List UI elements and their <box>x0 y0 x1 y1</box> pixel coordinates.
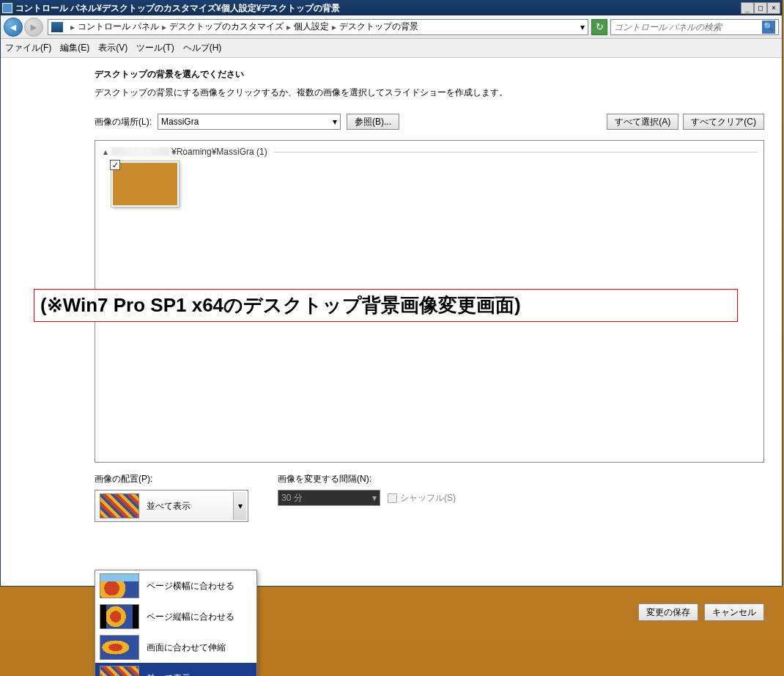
menu-view[interactable]: 表示(V) <box>98 42 127 54</box>
shuffle-checkbox: シャッフル(S) <box>388 492 456 504</box>
select-all-button[interactable]: すべて選択(A) <box>607 114 678 130</box>
close-button[interactable]: × <box>767 2 780 14</box>
placement-option-fit-width[interactable]: ページ横幅に合わせる <box>95 570 256 601</box>
search-box[interactable]: 🔍 <box>610 19 779 35</box>
dropdown-arrow-icon: ▾ <box>333 117 337 127</box>
address-bar[interactable]: ▸ コントロール パネル ▸ デスクトップのカスタマイズ ▸ 個人設定 ▸ デス… <box>48 19 588 35</box>
maximize-button[interactable]: □ <box>754 2 767 14</box>
breadcrumb-item[interactable]: デスクトップの背景 <box>339 21 418 33</box>
breadcrumb-item[interactable]: デスクトップのカスタマイズ <box>169 21 284 33</box>
breadcrumb-sep-icon: ▸ <box>159 22 169 32</box>
option-thumb-icon <box>100 666 139 676</box>
placement-value: 並べて表示 <box>147 500 191 512</box>
menu-tools[interactable]: ツール(T) <box>136 42 174 54</box>
titlebar: コントロール パネル¥デスクトップのカスタマイズ¥個人設定¥デスクトップの背景 … <box>1 1 782 15</box>
address-dropdown-icon[interactable]: ▾ <box>580 22 585 32</box>
menubar: ファイル(F) 編集(E) 表示(V) ツール(T) ヘルプ(H) <box>1 39 782 58</box>
clear-all-button[interactable]: すべてクリア(C) <box>683 114 764 130</box>
option-label: 画面に合わせて伸縮 <box>147 642 226 654</box>
browse-button[interactable]: 参照(B)... <box>347 114 399 130</box>
back-button[interactable]: ◄ <box>4 18 23 37</box>
dropdown-arrow-icon: ▾ <box>233 492 246 520</box>
interval-value: 30 分 <box>281 492 303 504</box>
interval-label: 画像を変更する間隔(N): <box>278 473 456 485</box>
menu-edit[interactable]: 編集(E) <box>60 42 89 54</box>
breadcrumb-sep-icon: ▸ <box>284 22 294 32</box>
dropdown-arrow-icon: ▾ <box>372 493 377 503</box>
option-label: 並べて表示 <box>147 672 191 677</box>
minimize-button[interactable]: _ <box>741 2 754 14</box>
location-select[interactable]: MassiGra ▾ <box>158 114 341 130</box>
forward-button[interactable]: ► <box>24 18 43 37</box>
wallpaper-thumbnail[interactable]: ✓ <box>111 161 179 207</box>
annotation-overlay: (※Win7 Pro SP1 x64のデスクトップ背景画像変更画面) <box>34 289 738 322</box>
breadcrumb-item[interactable]: 個人設定 <box>294 21 329 33</box>
placement-option-stretch[interactable]: 画面に合わせて伸縮 <box>95 632 256 663</box>
placement-select[interactable]: 並べて表示 ▾ <box>95 490 248 522</box>
refresh-button[interactable]: ↻ <box>591 19 607 35</box>
collapse-arrow-icon[interactable]: ▴ <box>101 147 110 157</box>
location-value: MassiGra <box>161 117 199 127</box>
menu-help[interactable]: ヘルプ(H) <box>183 42 222 54</box>
location-row: 画像の場所(L): MassiGra ▾ 参照(B)... すべて選択(A) す… <box>95 114 764 130</box>
placement-option-tile[interactable]: 並べて表示 <box>95 663 256 676</box>
option-label: ページ縦幅に合わせる <box>147 611 234 623</box>
page-heading: デスクトップの背景を選んでください <box>95 68 764 81</box>
interval-select: 30 分 ▾ <box>278 490 380 506</box>
window: コントロール パネル¥デスクトップのカスタマイズ¥個人設定¥デスクトップの背景 … <box>0 0 783 587</box>
thumbnail-checkbox[interactable]: ✓ <box>110 160 120 170</box>
checkbox-icon <box>388 493 397 503</box>
search-input[interactable] <box>614 22 762 32</box>
group-path: ¥Roaming¥MassiGra (1) <box>171 147 267 157</box>
option-label: ページ横幅に合わせる <box>147 580 234 592</box>
cancel-button[interactable]: キャンセル <box>704 603 764 621</box>
navbar: ◄ ► ▸ コントロール パネル ▸ デスクトップのカスタマイズ ▸ 個人設定 … <box>1 15 782 39</box>
group-header[interactable]: ▴ ¥Roaming¥MassiGra (1) <box>101 147 758 157</box>
breadcrumb-item[interactable]: コントロール パネル <box>78 21 159 33</box>
menu-file[interactable]: ファイル(F) <box>5 42 51 54</box>
redacted-path <box>111 147 170 156</box>
option-thumb-icon <box>100 573 139 598</box>
footer-buttons: 変更の保存 キャンセル <box>638 603 764 621</box>
titlebar-text: コントロール パネル¥デスクトップのカスタマイズ¥個人設定¥デスクトップの背景 <box>15 2 741 15</box>
app-icon <box>2 3 12 13</box>
content-area: デスクトップの背景を選んでください デスクトップの背景にする画像をクリックするか… <box>1 58 782 586</box>
option-thumb-icon <box>100 635 139 660</box>
placement-option-fit-height[interactable]: ページ縦幅に合わせる <box>95 601 256 632</box>
shuffle-label: シャッフル(S) <box>400 492 456 504</box>
save-button[interactable]: 変更の保存 <box>638 603 698 621</box>
option-thumb-icon <box>100 604 139 629</box>
breadcrumb-sep-icon: ▸ <box>67 22 78 32</box>
placement-label: 画像の配置(P): <box>95 473 248 485</box>
group-divider <box>273 152 758 153</box>
page-subheading: デスクトップの背景にする画像をクリックするか、複数の画像を選択してスライドショー… <box>95 87 764 99</box>
bottom-controls: 画像の配置(P): 並べて表示 ▾ 画像を変更する間隔(N): 30 分 ▾ <box>95 473 764 522</box>
placement-dropdown: ページ横幅に合わせる ページ縦幅に合わせる 画面に合わせて伸縮 並べて表示 中央… <box>95 570 257 676</box>
search-button[interactable]: 🔍 <box>762 21 775 34</box>
placement-thumb-icon <box>100 493 139 518</box>
control-panel-icon <box>51 22 63 32</box>
breadcrumb-sep-icon: ▸ <box>329 22 339 32</box>
location-label: 画像の場所(L): <box>95 116 152 128</box>
